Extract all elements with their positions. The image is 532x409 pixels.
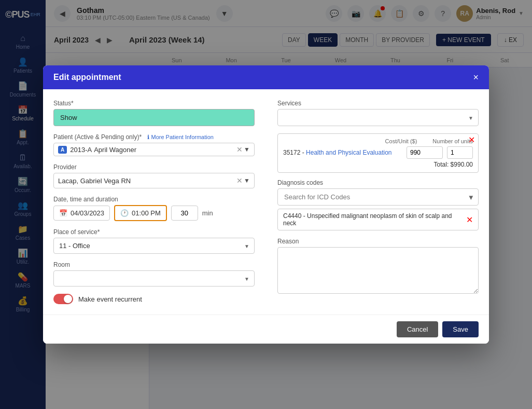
room-label: Room xyxy=(53,261,255,268)
service-cost-input[interactable] xyxy=(407,146,443,159)
place-of-service-group: Place of service* 11 - Office xyxy=(53,228,255,254)
provider-group: Provider Lacap, Gabriel Vega RN ✕ ▼ xyxy=(53,163,255,188)
modal-close-button[interactable]: × xyxy=(473,73,479,82)
status-select[interactable]: Show xyxy=(53,109,255,126)
datetime-label: Date, time and duration xyxy=(53,196,255,203)
provider-label: Provider xyxy=(53,163,255,171)
diagnosis-code-text: C4440 - Unspecified malignant neoplasm o… xyxy=(283,212,466,227)
patient-label: Patient (Active & Pending only)* ℹ More … xyxy=(53,133,255,141)
reason-textarea[interactable] xyxy=(277,247,479,294)
status-group: Status* Show xyxy=(53,100,255,126)
units-label: Number of units xyxy=(432,138,473,144)
more-patient-info-link[interactable]: ℹ More Patient Information xyxy=(147,134,214,140)
service-units-input[interactable] xyxy=(447,146,473,159)
cost-unit-label: Cost/Unit ($) xyxy=(385,138,417,144)
service-select-wrapper xyxy=(277,109,479,126)
save-button[interactable]: Save xyxy=(442,321,479,337)
service-select[interactable] xyxy=(277,109,479,126)
services-label: Services xyxy=(277,100,479,107)
recurrent-toggle[interactable] xyxy=(53,294,73,304)
calendar-icon: 📅 xyxy=(59,209,67,217)
patient-badge: A xyxy=(58,146,67,154)
modal-overlay: Edit appointment × Status* Show xyxy=(0,0,532,409)
clock-icon: 🕐 xyxy=(120,209,129,217)
modal-right-column: Services Cost/Unit ($) Number of units xyxy=(267,100,479,304)
time-value: 01:00 PM xyxy=(132,209,161,217)
info-icon: ℹ xyxy=(147,134,149,140)
diagnosis-search-wrapper: ▼ xyxy=(277,188,479,206)
room-select-wrapper xyxy=(53,270,255,287)
patient-clear-button[interactable]: ✕ xyxy=(236,145,243,154)
datetime-group: Date, time and duration 📅 04/03/2023 🕐 0… xyxy=(53,196,255,221)
datetime-row: 📅 04/03/2023 🕐 01:00 PM min xyxy=(53,205,255,221)
modal-header: Edit appointment × xyxy=(43,65,489,89)
date-input[interactable]: 📅 04/03/2023 xyxy=(53,206,110,221)
recurrent-row: Make event recurrent xyxy=(53,294,255,304)
room-select[interactable] xyxy=(53,270,255,287)
patient-input-wrapper: A 2013-A April Wagoner ✕ ▼ xyxy=(53,143,255,156)
duration-input[interactable] xyxy=(171,206,198,221)
provider-dropdown-button[interactable]: ▼ xyxy=(244,177,250,184)
reason-label: Reason xyxy=(277,238,479,245)
room-group: Room xyxy=(53,261,255,287)
cancel-button[interactable]: Cancel xyxy=(397,321,438,337)
app-background: ©PUS EHR ⌂ Home 👤 Patients 📄 Documents 📅… xyxy=(0,0,532,409)
toggle-knob xyxy=(64,295,72,303)
modal-footer: Cancel Save xyxy=(43,315,489,344)
provider-clear-button[interactable]: ✕ xyxy=(236,176,243,185)
provider-input-wrapper: Lacap, Gabriel Vega RN ✕ ▼ xyxy=(53,173,255,188)
provider-name: Lacap, Gabriel Vega RN xyxy=(58,177,236,185)
patient-group: Patient (Active & Pending only)* ℹ More … xyxy=(53,133,255,156)
patient-id: 2013-A xyxy=(70,146,92,154)
diagnosis-group: Diagnosis codes ▼ C4440 - Unspecified ma… xyxy=(277,179,479,230)
service-item-row: Cost/Unit ($) Number of units 35172 - He… xyxy=(277,133,479,173)
modal-title: Edit appointment xyxy=(53,73,121,82)
duration-unit-label: min xyxy=(202,209,213,217)
edit-appointment-modal: Edit appointment × Status* Show xyxy=(43,65,489,344)
patient-dropdown-button[interactable]: ▼ xyxy=(244,146,250,153)
service-row-header: Cost/Unit ($) Number of units xyxy=(283,138,473,144)
diagnosis-remove-button[interactable]: ✕ xyxy=(466,215,473,225)
diagnosis-tag: C4440 - Unspecified malignant neoplasm o… xyxy=(277,209,479,230)
diagnosis-dropdown-button[interactable]: ▼ xyxy=(468,193,474,201)
diagnosis-search-input[interactable] xyxy=(277,188,479,206)
time-input[interactable]: 🕐 01:00 PM xyxy=(114,205,167,221)
service-code-name: 35172 - Health and Physical Evaluation xyxy=(283,149,402,156)
services-group: Services xyxy=(277,100,479,126)
modal-left-column: Status* Show Patient (Active & Pending o… xyxy=(53,100,267,304)
recurrent-label: Make event recurrent xyxy=(78,295,142,303)
status-label: Status* xyxy=(53,100,255,107)
place-label: Place of service* xyxy=(53,228,255,236)
date-value: 04/03/2023 xyxy=(71,209,104,217)
patient-name: April Wagoner xyxy=(94,146,236,154)
reason-group: Reason xyxy=(277,238,479,295)
modal-body: Status* Show Patient (Active & Pending o… xyxy=(43,89,489,315)
service-name-link[interactable]: Health and Physical Evaluation xyxy=(306,149,391,156)
service-remove-button[interactable]: ✕ xyxy=(468,136,475,144)
place-select-wrapper: 11 - Office xyxy=(53,238,255,254)
diagnosis-label: Diagnosis codes xyxy=(277,179,479,186)
service-total: Total: $990.00 xyxy=(283,161,473,168)
service-row-content: 35172 - Health and Physical Evaluation xyxy=(283,146,473,159)
place-select[interactable]: 11 - Office xyxy=(53,238,255,254)
